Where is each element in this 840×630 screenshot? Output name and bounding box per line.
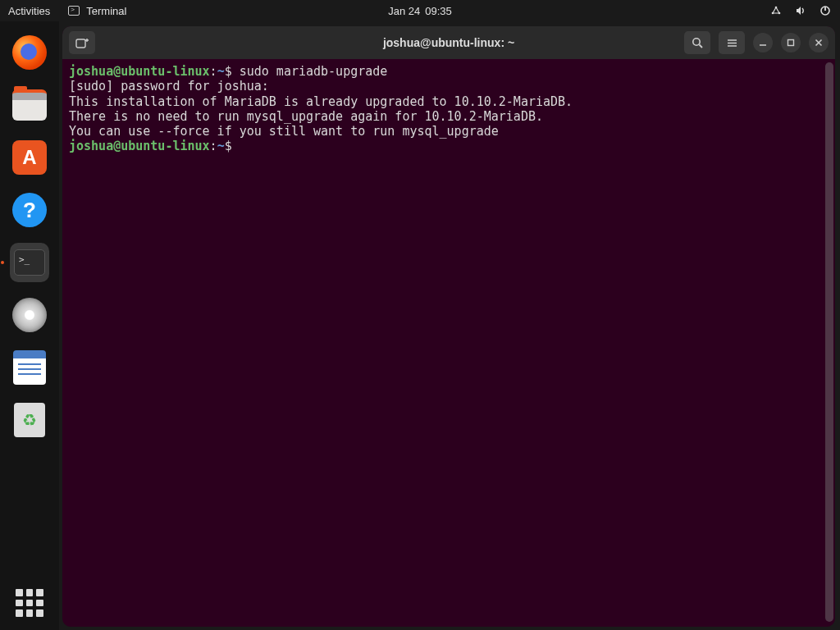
prompt-user: joshua <box>69 64 113 79</box>
text-editor-icon <box>13 350 46 385</box>
dock-firefox[interactable] <box>10 33 49 72</box>
prompt-at: @ <box>113 64 121 79</box>
svg-rect-5 <box>76 39 85 48</box>
new-tab-button[interactable] <box>69 31 95 54</box>
topbar-left: Activities Terminal <box>8 5 126 17</box>
app-menu[interactable]: Terminal <box>68 5 126 17</box>
terminal-body[interactable]: joshua@ubuntu-linux:~$ sudo mariadb-upgr… <box>62 59 835 627</box>
prompt-host: ubuntu-linux <box>121 64 209 79</box>
dock-software[interactable] <box>10 138 49 177</box>
terminal-icon <box>14 249 45 276</box>
prompt-symbol: $ <box>225 139 232 153</box>
terminal-window: joshua@ubuntu-linux: ~ joshua@ubuntu-lin… <box>62 26 835 627</box>
output-line: You can use --force if you still want to… <box>69 124 499 139</box>
dock: ? ♻ <box>0 21 59 630</box>
scrollbar-thumb[interactable] <box>825 62 833 622</box>
dock-text-editor[interactable] <box>10 348 49 387</box>
prompt-sep: : <box>210 139 217 153</box>
titlebar-controls <box>684 31 829 54</box>
dock-files[interactable] <box>10 85 49 125</box>
disk-icon <box>12 298 47 332</box>
dock-terminal[interactable] <box>10 243 49 282</box>
output-line: This installation of MariaDB is already … <box>69 94 573 109</box>
maximize-button[interactable] <box>781 33 801 52</box>
files-icon <box>12 89 47 121</box>
command-text: sudo mariadb-upgrade <box>240 64 388 79</box>
output-line: [sudo] password for joshua: <box>69 79 269 94</box>
svg-rect-14 <box>788 40 794 46</box>
window-title: joshua@ubuntu-linux: ~ <box>383 36 514 49</box>
prompt-sep: : <box>210 64 217 79</box>
network-icon <box>769 4 783 17</box>
dock-help[interactable]: ? <box>10 190 49 230</box>
top-bar: Activities Terminal Jan 24 09:35 <box>0 0 840 21</box>
system-tray[interactable] <box>769 4 832 17</box>
prompt-at: @ <box>113 139 121 153</box>
prompt-host: ubuntu-linux <box>121 139 209 153</box>
date-label: Jan 24 <box>388 5 420 17</box>
software-icon <box>12 140 47 175</box>
app-name-label: Terminal <box>86 5 126 17</box>
close-button[interactable] <box>809 33 829 52</box>
terminal-app-icon <box>68 6 80 16</box>
output-line: There is no need to run mysql_upgrade ag… <box>69 109 543 124</box>
search-button[interactable] <box>684 31 710 54</box>
dock-disk[interactable] <box>10 295 49 335</box>
svg-line-9 <box>699 44 702 48</box>
prompt-path: ~ <box>217 64 225 79</box>
volume-icon <box>794 4 807 17</box>
prompt-user: joshua <box>69 139 113 153</box>
help-icon: ? <box>12 193 47 227</box>
dock-trash[interactable]: ♻ <box>10 400 49 440</box>
activities-button[interactable]: Activities <box>8 5 50 17</box>
prompt-path: ~ <box>217 139 225 153</box>
trash-icon: ♻ <box>14 403 45 437</box>
terminal-scrollbar[interactable] <box>825 62 833 622</box>
time-label: 09:35 <box>425 5 452 17</box>
svg-point-8 <box>692 38 699 44</box>
menu-button[interactable] <box>719 31 745 54</box>
firefox-icon <box>12 35 47 70</box>
show-applications-button[interactable] <box>16 589 43 617</box>
power-icon <box>819 4 832 17</box>
titlebar: joshua@ubuntu-linux: ~ <box>62 26 835 59</box>
prompt-symbol: $ <box>225 64 232 79</box>
clock[interactable]: Jan 24 09:35 <box>388 5 452 17</box>
minimize-button[interactable] <box>753 33 773 52</box>
